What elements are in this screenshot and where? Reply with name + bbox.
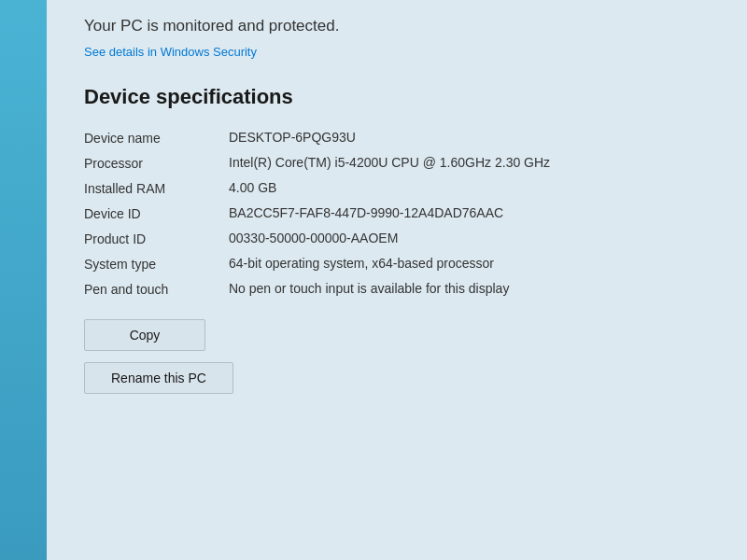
spec-label: Product ID <box>84 231 229 246</box>
spec-label: Installed RAM <box>84 180 229 196</box>
spec-label: Device name <box>84 130 229 146</box>
spec-label: Pen and touch <box>84 281 229 297</box>
spec-value: 00330-50000-00000-AAOEM <box>229 231 710 245</box>
security-link[interactable]: See details in Windows Security <box>84 45 257 59</box>
main-content: Your PC is monitored and protected. See … <box>47 0 747 560</box>
table-row: ProcessorIntel(R) Core(TM) i5-4200U CPU … <box>84 155 710 171</box>
buttons-row: Copy Rename this PC <box>84 319 710 394</box>
table-row: Installed RAM4.00 GB <box>84 180 710 196</box>
spec-label: Processor <box>84 155 229 171</box>
table-row: Device nameDESKTOP-6PQG93U <box>84 130 710 146</box>
section-title: Device specifications <box>84 85 710 109</box>
spec-label: Device ID <box>84 205 229 221</box>
spec-value: No pen or touch input is available for t… <box>229 281 710 296</box>
spec-label: System type <box>84 256 229 272</box>
table-row: Device IDBA2CC5F7-FAF8-447D-9990-12A4DAD… <box>84 205 710 221</box>
protected-banner: Your PC is monitored and protected. <box>84 9 710 35</box>
copy-button[interactable]: Copy <box>84 319 205 351</box>
table-row: Pen and touchNo pen or touch input is av… <box>84 281 710 297</box>
rename-button[interactable]: Rename this PC <box>84 362 233 394</box>
spec-rows-container: Device nameDESKTOP-6PQG93UProcessorIntel… <box>84 130 710 297</box>
spec-value: 4.00 GB <box>229 180 710 195</box>
security-link-text: See details in Windows Security <box>84 45 257 59</box>
table-row: Product ID00330-50000-00000-AAOEM <box>84 231 710 246</box>
spec-value: DESKTOP-6PQG93U <box>229 130 710 145</box>
spec-value: Intel(R) Core(TM) i5-4200U CPU @ 1.60GHz… <box>229 155 710 170</box>
spec-value: BA2CC5F7-FAF8-447D-9990-12A4DAD76AAC <box>229 205 710 220</box>
spec-value: 64-bit operating system, x64-based proce… <box>229 256 710 271</box>
protected-text: Your PC is monitored and protected. <box>84 17 339 35</box>
left-sidebar <box>0 0 47 560</box>
table-row: System type64-bit operating system, x64-… <box>84 256 710 272</box>
